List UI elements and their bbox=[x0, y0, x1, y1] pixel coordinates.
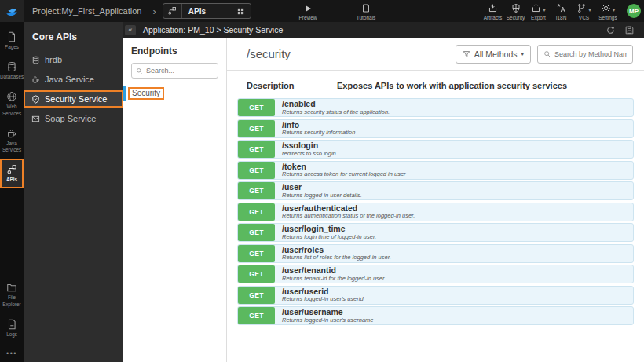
endpoints-search[interactable] bbox=[131, 63, 218, 79]
folder-icon bbox=[6, 282, 17, 293]
pages-icon bbox=[6, 31, 17, 42]
get-method-badge: GET bbox=[238, 162, 275, 179]
core-apis-item-label: Java Service bbox=[45, 75, 94, 84]
tutorials-book-icon bbox=[361, 2, 371, 13]
sidebar-more-button[interactable]: ••• bbox=[0, 343, 24, 362]
endpoint-description: Returns security information bbox=[282, 130, 355, 137]
search-icon bbox=[543, 50, 551, 58]
methods-filter-dropdown[interactable]: All Methods ▾ bbox=[456, 45, 531, 64]
artifacts-label: Artifacts bbox=[484, 15, 502, 20]
vcs-branch-icon bbox=[576, 3, 587, 13]
filter-funnel-icon bbox=[463, 50, 470, 58]
user-avatar[interactable]: MP bbox=[627, 4, 641, 18]
core-apis-item-hrdb[interactable]: hrdb bbox=[24, 51, 123, 68]
endpoint-row[interactable]: GET /info Returns security information bbox=[237, 119, 634, 138]
preview-button[interactable]: Preview bbox=[294, 2, 322, 20]
endpoint-path: /user bbox=[282, 182, 362, 192]
endpoint-description: Returns access token for current logged … bbox=[282, 171, 406, 178]
project-name: Project:My_First_Application bbox=[32, 6, 141, 16]
endpoint-description: Returns authentication status of the log… bbox=[282, 213, 415, 220]
i18n-label: I18N bbox=[556, 15, 567, 20]
endpoint-row[interactable]: GET /user/tenantid Returns tenant-id for… bbox=[237, 265, 634, 283]
endpoint-path: /user/login_time bbox=[282, 224, 376, 233]
collapse-panel-button[interactable]: « bbox=[125, 25, 136, 35]
settings-gear-icon bbox=[601, 3, 611, 13]
api-icon bbox=[6, 164, 17, 175]
core-apis-item-label: Security Service bbox=[45, 94, 107, 104]
endpoint-description: redirects to sso login bbox=[282, 151, 336, 158]
core-apis-item-security-service[interactable]: Security Service bbox=[24, 90, 123, 108]
endpoint-row[interactable]: GET /user/login_time Returns login time … bbox=[237, 223, 634, 242]
get-method-badge: GET bbox=[238, 224, 275, 241]
core-apis-item-label: hrdb bbox=[45, 55, 62, 64]
sidebar-item-logs[interactable]: Logs bbox=[0, 313, 24, 343]
sidebar-item-label: Java Services bbox=[0, 141, 24, 153]
service-header: /security All Methods ▾ bbox=[227, 38, 644, 71]
endpoint-description: Returns logged-in user's username bbox=[282, 317, 374, 324]
sidebar-item-label: File Explorer bbox=[0, 294, 24, 307]
top-bar: Project:My_First_Application › APIs Prev… bbox=[0, 0, 644, 22]
wavemaker-logo[interactable] bbox=[0, 0, 24, 22]
caret-down-icon: ▾ bbox=[613, 8, 615, 13]
endpoint-row[interactable]: GET /user/userid Returns logged-in user'… bbox=[237, 286, 634, 305]
sidebar-item-databases[interactable]: Databases bbox=[0, 56, 24, 86]
wavemaker-logo-icon bbox=[5, 4, 19, 18]
artifacts-button[interactable]: Artifacts bbox=[481, 2, 504, 20]
export-upload-icon bbox=[531, 3, 541, 13]
export-label: Export bbox=[531, 15, 546, 20]
endpoint-row[interactable]: GET /user Returns logged-in user details… bbox=[237, 181, 634, 200]
play-icon bbox=[303, 2, 313, 13]
sidebar-item-label: Web Services bbox=[0, 104, 24, 116]
settings-button[interactable]: ▾ Settings bbox=[595, 2, 620, 20]
security-shield-icon bbox=[511, 2, 521, 13]
grid-icon[interactable] bbox=[231, 7, 251, 16]
endpoint-row[interactable]: GET /enabled Returns security status of … bbox=[237, 98, 634, 117]
sidebar-item-java-services[interactable]: Java Services bbox=[0, 122, 24, 159]
export-button[interactable]: ▾ Export bbox=[527, 2, 550, 20]
get-method-badge: GET bbox=[238, 141, 275, 158]
endpoint-path: /user/username bbox=[282, 307, 374, 316]
get-method-badge: GET bbox=[238, 120, 275, 137]
topbar-actions: Artifacts Security ▾ Export I18N ▾ bbox=[481, 2, 620, 20]
save-floppy-icon[interactable] bbox=[624, 25, 635, 35]
endpoint-row[interactable]: GET /user/username Returns logged-in use… bbox=[237, 306, 634, 325]
sidebar-item-file-explorer[interactable]: File Explorer bbox=[0, 276, 24, 313]
i18n-button[interactable]: I18N bbox=[550, 2, 573, 20]
endpoint-item-security[interactable]: Security bbox=[123, 86, 226, 101]
endpoints-title: Endpoints bbox=[123, 38, 226, 63]
caret-down-icon: ▾ bbox=[543, 8, 545, 13]
method-search-input[interactable] bbox=[554, 50, 627, 58]
refresh-icon[interactable] bbox=[606, 25, 616, 35]
core-apis-item-java-service[interactable]: Java Service bbox=[24, 71, 123, 88]
endpoint-row[interactable]: GET /user/roles Returns list of roles fo… bbox=[237, 244, 634, 263]
coffee-icon bbox=[6, 128, 17, 139]
endpoints-panel: Endpoints Security bbox=[123, 38, 227, 362]
description-label: Description bbox=[247, 81, 337, 90]
core-apis-item-soap-service[interactable]: Soap Service bbox=[24, 110, 123, 127]
endpoint-row[interactable]: GET /token Returns access token for curr… bbox=[237, 161, 634, 180]
tutorials-label: Tutorials bbox=[357, 15, 376, 20]
tutorials-button[interactable]: Tutorials bbox=[350, 2, 382, 20]
sidebar-item-web-services[interactable]: Web Services bbox=[0, 86, 24, 122]
method-search[interactable] bbox=[537, 45, 633, 64]
endpoints-search-input[interactable] bbox=[146, 67, 214, 75]
sidebar-item-apis[interactable]: APIs bbox=[0, 159, 24, 188]
endpoint-list: GET /enabled Returns security status of … bbox=[227, 98, 644, 327]
get-method-badge: GET bbox=[238, 203, 275, 221]
globe-icon bbox=[6, 91, 17, 102]
endpoint-row[interactable]: GET /ssologin redirects to sso login bbox=[237, 140, 634, 159]
preview-label: Preview bbox=[298, 15, 317, 20]
sidebar-item-label: Pages bbox=[5, 44, 19, 50]
endpoint-description: Returns logged-in user's userid bbox=[282, 296, 364, 303]
workspace-label: APIs bbox=[182, 7, 231, 16]
caret-down-icon: ▾ bbox=[521, 51, 524, 57]
main-content: /security All Methods ▾ bbox=[227, 38, 644, 362]
endpoint-row[interactable]: GET /user/authenticated Returns authenti… bbox=[237, 203, 634, 221]
workspace-switcher[interactable]: APIs bbox=[163, 3, 251, 19]
core-apis-item-label: Soap Service bbox=[45, 114, 96, 123]
sidebar-item-pages[interactable]: Pages bbox=[0, 26, 24, 56]
endpoint-path: /ssologin bbox=[282, 141, 336, 150]
vcs-button[interactable]: ▾ VCS bbox=[573, 2, 595, 20]
security-button[interactable]: Security bbox=[504, 2, 527, 20]
vcs-label: VCS bbox=[579, 15, 589, 20]
